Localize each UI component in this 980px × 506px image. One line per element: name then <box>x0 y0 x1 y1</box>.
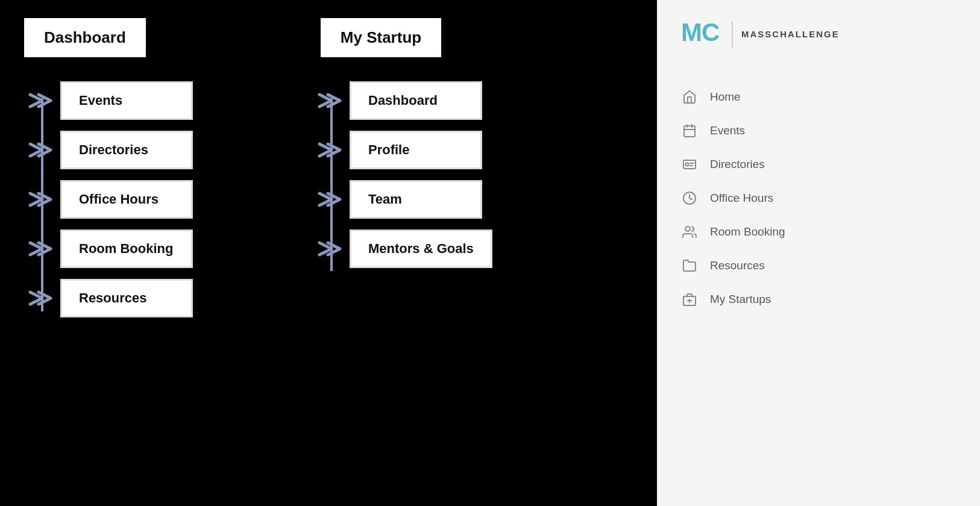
home-label: Home <box>710 90 741 104</box>
list-item[interactable]: Events <box>24 81 277 120</box>
logo-mc: M C <box>681 18 723 50</box>
list-item[interactable]: Directories <box>24 131 277 169</box>
list-item[interactable]: Dashboard <box>313 81 573 120</box>
home-icon <box>681 89 698 105</box>
svg-text:C: C <box>702 18 720 45</box>
dashboard-header: Dashboard <box>24 18 146 57</box>
directories-label: Directories <box>710 158 765 171</box>
logo-divider <box>732 21 733 48</box>
events-label: Events <box>710 124 745 137</box>
svg-point-7 <box>686 163 689 166</box>
folder-icon <box>681 257 698 274</box>
users-icon <box>681 223 698 240</box>
svg-rect-2 <box>684 126 695 137</box>
office-hours-label: Office Hours <box>710 192 773 205</box>
logo-area: M C MASSCHALLENGE <box>681 18 956 56</box>
sidebar-item-room-booking[interactable]: Room Booking <box>681 215 956 249</box>
resources-box[interactable]: Resources <box>60 279 193 317</box>
sidebar-nav: Home Events <box>681 80 956 316</box>
arrow-icon <box>24 132 60 168</box>
events-box[interactable]: Events <box>60 81 193 120</box>
office-hours-box[interactable]: Office Hours <box>60 180 193 219</box>
sidebar-item-my-startups[interactable]: My Startups <box>681 283 956 316</box>
svg-point-11 <box>685 226 690 231</box>
clock-icon <box>681 190 698 207</box>
list-item[interactable]: Team <box>313 180 573 219</box>
team-box[interactable]: Team <box>350 180 482 219</box>
mystartup-header: My Startup <box>321 18 441 57</box>
list-item[interactable]: Office Hours <box>24 180 277 219</box>
list-item[interactable]: Profile <box>313 131 573 169</box>
sidebar-item-home[interactable]: Home <box>681 80 956 114</box>
arrow-icon <box>313 83 350 119</box>
room-booking-label: Room Booking <box>710 225 785 239</box>
arrow-icon <box>24 231 60 267</box>
logo-text: MASSCHALLENGE <box>741 29 840 39</box>
right-column: Dashboard Profile <box>313 81 573 328</box>
room-booking-box[interactable]: Room Booking <box>60 230 193 268</box>
diagram-area: Dashboard My Startup Events <box>0 0 657 506</box>
arrow-icon <box>24 83 60 119</box>
my-startups-label: My Startups <box>710 293 771 306</box>
sidebar-item-office-hours[interactable]: Office Hours <box>681 181 956 215</box>
building-icon <box>681 291 698 308</box>
startup-dashboard-box[interactable]: Dashboard <box>350 81 482 120</box>
list-item[interactable]: Room Booking <box>24 230 277 268</box>
calendar-icon <box>681 122 698 139</box>
arrow-icon <box>24 280 60 316</box>
profile-box[interactable]: Profile <box>350 131 482 169</box>
mystartup-header-label: My Startup <box>341 28 421 46</box>
address-card-icon <box>681 156 698 173</box>
resources-label: Resources <box>710 259 765 272</box>
dashboard-header-label: Dashboard <box>44 28 126 46</box>
mentors-goals-box[interactable]: Mentors & Goals <box>350 230 492 268</box>
sidebar: M C MASSCHALLENGE Home <box>657 0 980 506</box>
directories-box[interactable]: Directories <box>60 131 193 169</box>
arrow-icon <box>24 181 60 217</box>
sidebar-item-directories[interactable]: Directories <box>681 148 956 181</box>
list-item[interactable]: Mentors & Goals <box>313 230 573 268</box>
left-column: Events Directories <box>24 81 277 328</box>
sidebar-item-resources[interactable]: Resources <box>681 249 956 283</box>
list-item[interactable]: Resources <box>24 279 277 317</box>
arrow-icon <box>313 181 350 217</box>
svg-text:M: M <box>681 18 701 45</box>
sidebar-item-events[interactable]: Events <box>681 114 956 148</box>
arrow-icon <box>313 132 350 168</box>
arrow-icon <box>313 231 350 267</box>
